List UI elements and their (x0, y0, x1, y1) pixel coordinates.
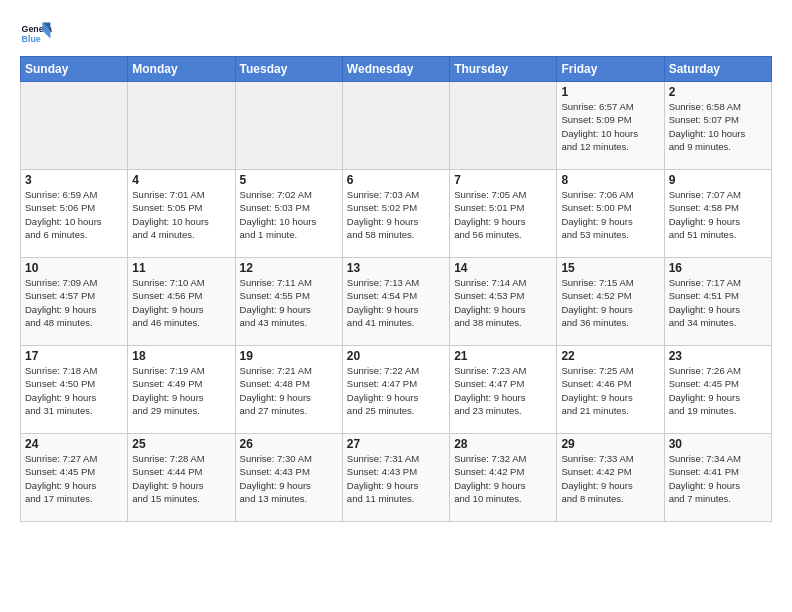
day-number: 28 (454, 437, 552, 451)
calendar-cell: 26Sunrise: 7:30 AM Sunset: 4:43 PM Dayli… (235, 434, 342, 522)
calendar-cell (21, 82, 128, 170)
day-info: Sunrise: 7:10 AM Sunset: 4:56 PM Dayligh… (132, 276, 230, 329)
calendar-cell: 21Sunrise: 7:23 AM Sunset: 4:47 PM Dayli… (450, 346, 557, 434)
calendar-cell: 29Sunrise: 7:33 AM Sunset: 4:42 PM Dayli… (557, 434, 664, 522)
calendar-cell: 20Sunrise: 7:22 AM Sunset: 4:47 PM Dayli… (342, 346, 449, 434)
day-number: 25 (132, 437, 230, 451)
calendar-table: SundayMondayTuesdayWednesdayThursdayFrid… (20, 56, 772, 522)
day-info: Sunrise: 7:06 AM Sunset: 5:00 PM Dayligh… (561, 188, 659, 241)
day-info: Sunrise: 6:57 AM Sunset: 5:09 PM Dayligh… (561, 100, 659, 153)
day-info: Sunrise: 7:28 AM Sunset: 4:44 PM Dayligh… (132, 452, 230, 505)
day-number: 8 (561, 173, 659, 187)
day-info: Sunrise: 7:21 AM Sunset: 4:48 PM Dayligh… (240, 364, 338, 417)
day-number: 6 (347, 173, 445, 187)
calendar-cell: 2Sunrise: 6:58 AM Sunset: 5:07 PM Daylig… (664, 82, 771, 170)
day-info: Sunrise: 7:31 AM Sunset: 4:43 PM Dayligh… (347, 452, 445, 505)
calendar-cell (450, 82, 557, 170)
calendar-cell: 3Sunrise: 6:59 AM Sunset: 5:06 PM Daylig… (21, 170, 128, 258)
day-number: 13 (347, 261, 445, 275)
day-info: Sunrise: 7:02 AM Sunset: 5:03 PM Dayligh… (240, 188, 338, 241)
calendar-cell: 1Sunrise: 6:57 AM Sunset: 5:09 PM Daylig… (557, 82, 664, 170)
calendar-week-3: 17Sunrise: 7:18 AM Sunset: 4:50 PM Dayli… (21, 346, 772, 434)
day-number: 12 (240, 261, 338, 275)
calendar-cell: 8Sunrise: 7:06 AM Sunset: 5:00 PM Daylig… (557, 170, 664, 258)
calendar-cell: 10Sunrise: 7:09 AM Sunset: 4:57 PM Dayli… (21, 258, 128, 346)
day-number: 20 (347, 349, 445, 363)
day-info: Sunrise: 7:14 AM Sunset: 4:53 PM Dayligh… (454, 276, 552, 329)
calendar-cell: 15Sunrise: 7:15 AM Sunset: 4:52 PM Dayli… (557, 258, 664, 346)
day-info: Sunrise: 7:13 AM Sunset: 4:54 PM Dayligh… (347, 276, 445, 329)
day-info: Sunrise: 7:03 AM Sunset: 5:02 PM Dayligh… (347, 188, 445, 241)
day-info: Sunrise: 7:07 AM Sunset: 4:58 PM Dayligh… (669, 188, 767, 241)
day-number: 3 (25, 173, 123, 187)
day-info: Sunrise: 7:18 AM Sunset: 4:50 PM Dayligh… (25, 364, 123, 417)
day-number: 19 (240, 349, 338, 363)
calendar-week-1: 3Sunrise: 6:59 AM Sunset: 5:06 PM Daylig… (21, 170, 772, 258)
weekday-header-row: SundayMondayTuesdayWednesdayThursdayFrid… (21, 57, 772, 82)
day-info: Sunrise: 7:34 AM Sunset: 4:41 PM Dayligh… (669, 452, 767, 505)
calendar-cell: 13Sunrise: 7:13 AM Sunset: 4:54 PM Dayli… (342, 258, 449, 346)
day-info: Sunrise: 7:30 AM Sunset: 4:43 PM Dayligh… (240, 452, 338, 505)
day-info: Sunrise: 7:23 AM Sunset: 4:47 PM Dayligh… (454, 364, 552, 417)
weekday-header-monday: Monday (128, 57, 235, 82)
page-container: General Blue SundayMondayTuesdayWednesda… (0, 0, 792, 532)
day-number: 9 (669, 173, 767, 187)
calendar-body: 1Sunrise: 6:57 AM Sunset: 5:09 PM Daylig… (21, 82, 772, 522)
calendar-cell: 5Sunrise: 7:02 AM Sunset: 5:03 PM Daylig… (235, 170, 342, 258)
day-number: 11 (132, 261, 230, 275)
calendar-cell: 22Sunrise: 7:25 AM Sunset: 4:46 PM Dayli… (557, 346, 664, 434)
day-info: Sunrise: 7:09 AM Sunset: 4:57 PM Dayligh… (25, 276, 123, 329)
calendar-cell: 30Sunrise: 7:34 AM Sunset: 4:41 PM Dayli… (664, 434, 771, 522)
day-number: 24 (25, 437, 123, 451)
day-info: Sunrise: 7:22 AM Sunset: 4:47 PM Dayligh… (347, 364, 445, 417)
calendar-cell: 24Sunrise: 7:27 AM Sunset: 4:45 PM Dayli… (21, 434, 128, 522)
day-number: 10 (25, 261, 123, 275)
calendar-week-4: 24Sunrise: 7:27 AM Sunset: 4:45 PM Dayli… (21, 434, 772, 522)
day-info: Sunrise: 7:33 AM Sunset: 4:42 PM Dayligh… (561, 452, 659, 505)
calendar-cell: 6Sunrise: 7:03 AM Sunset: 5:02 PM Daylig… (342, 170, 449, 258)
day-info: Sunrise: 7:27 AM Sunset: 4:45 PM Dayligh… (25, 452, 123, 505)
calendar-cell: 28Sunrise: 7:32 AM Sunset: 4:42 PM Dayli… (450, 434, 557, 522)
day-number: 4 (132, 173, 230, 187)
calendar-cell: 17Sunrise: 7:18 AM Sunset: 4:50 PM Dayli… (21, 346, 128, 434)
day-info: Sunrise: 7:25 AM Sunset: 4:46 PM Dayligh… (561, 364, 659, 417)
day-number: 17 (25, 349, 123, 363)
weekday-header-sunday: Sunday (21, 57, 128, 82)
logo-icon: General Blue (20, 16, 52, 48)
day-info: Sunrise: 7:26 AM Sunset: 4:45 PM Dayligh… (669, 364, 767, 417)
calendar-cell: 4Sunrise: 7:01 AM Sunset: 5:05 PM Daylig… (128, 170, 235, 258)
calendar-cell: 27Sunrise: 7:31 AM Sunset: 4:43 PM Dayli… (342, 434, 449, 522)
header: General Blue (20, 16, 772, 48)
weekday-header-saturday: Saturday (664, 57, 771, 82)
calendar-cell: 12Sunrise: 7:11 AM Sunset: 4:55 PM Dayli… (235, 258, 342, 346)
calendar-cell (128, 82, 235, 170)
svg-text:Blue: Blue (22, 34, 41, 44)
calendar-cell: 7Sunrise: 7:05 AM Sunset: 5:01 PM Daylig… (450, 170, 557, 258)
weekday-header-tuesday: Tuesday (235, 57, 342, 82)
day-info: Sunrise: 7:32 AM Sunset: 4:42 PM Dayligh… (454, 452, 552, 505)
calendar-cell: 18Sunrise: 7:19 AM Sunset: 4:49 PM Dayli… (128, 346, 235, 434)
day-number: 16 (669, 261, 767, 275)
weekday-header-wednesday: Wednesday (342, 57, 449, 82)
weekday-header-thursday: Thursday (450, 57, 557, 82)
day-number: 21 (454, 349, 552, 363)
day-info: Sunrise: 7:15 AM Sunset: 4:52 PM Dayligh… (561, 276, 659, 329)
day-number: 23 (669, 349, 767, 363)
day-info: Sunrise: 7:11 AM Sunset: 4:55 PM Dayligh… (240, 276, 338, 329)
day-number: 14 (454, 261, 552, 275)
day-number: 5 (240, 173, 338, 187)
day-info: Sunrise: 7:05 AM Sunset: 5:01 PM Dayligh… (454, 188, 552, 241)
calendar-cell: 19Sunrise: 7:21 AM Sunset: 4:48 PM Dayli… (235, 346, 342, 434)
calendar-cell: 16Sunrise: 7:17 AM Sunset: 4:51 PM Dayli… (664, 258, 771, 346)
calendar-cell (235, 82, 342, 170)
calendar-week-0: 1Sunrise: 6:57 AM Sunset: 5:09 PM Daylig… (21, 82, 772, 170)
logo: General Blue (20, 16, 52, 48)
day-number: 30 (669, 437, 767, 451)
calendar-cell: 9Sunrise: 7:07 AM Sunset: 4:58 PM Daylig… (664, 170, 771, 258)
day-number: 26 (240, 437, 338, 451)
day-number: 18 (132, 349, 230, 363)
day-number: 22 (561, 349, 659, 363)
day-number: 7 (454, 173, 552, 187)
calendar-cell: 23Sunrise: 7:26 AM Sunset: 4:45 PM Dayli… (664, 346, 771, 434)
day-number: 2 (669, 85, 767, 99)
